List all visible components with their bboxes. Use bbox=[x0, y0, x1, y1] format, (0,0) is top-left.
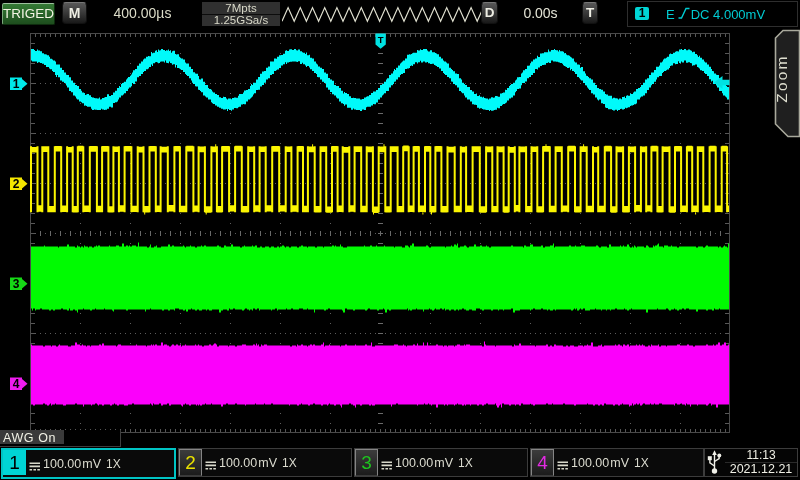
svg-text:1: 1 bbox=[13, 77, 20, 91]
svg-text:3: 3 bbox=[13, 277, 20, 291]
svg-text:2: 2 bbox=[13, 177, 20, 191]
svg-text:Zoom: Zoom bbox=[773, 54, 790, 102]
svg-text:4: 4 bbox=[13, 377, 20, 391]
svg-text:T: T bbox=[378, 34, 384, 45]
